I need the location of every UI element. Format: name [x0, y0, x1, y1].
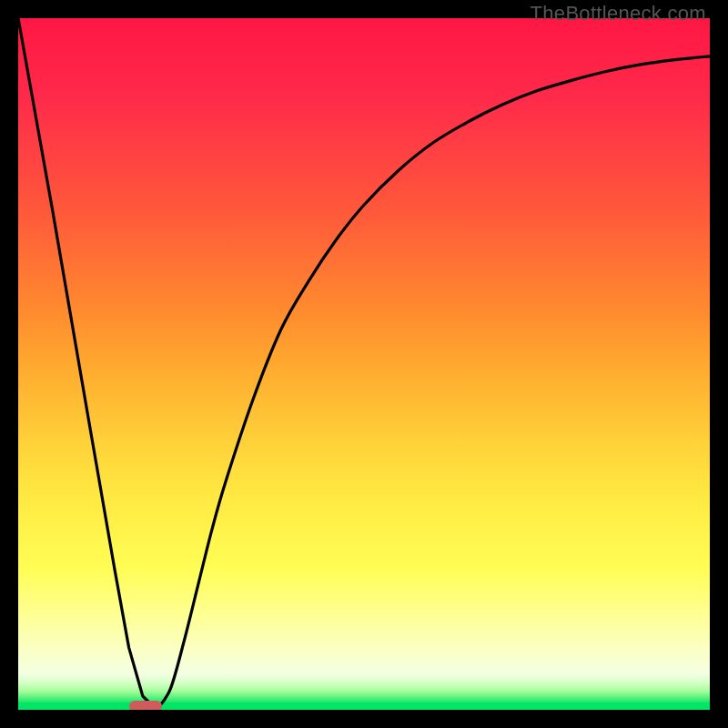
chart-frame: TheBottleneck.com	[0, 0, 728, 728]
optimal-marker	[129, 701, 162, 710]
curve-svg	[18, 18, 710, 710]
plot-area	[18, 18, 710, 710]
bottleneck-curve	[18, 18, 710, 710]
watermark-text: TheBottleneck.com	[531, 2, 706, 25]
